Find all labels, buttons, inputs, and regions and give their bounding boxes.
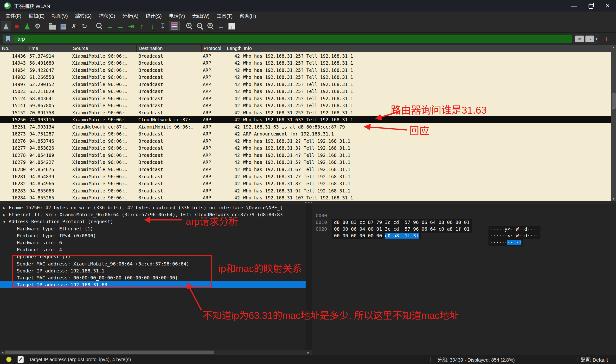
- menu-item[interactable]: 视图(V): [48, 12, 71, 20]
- detail-line[interactable]: Hardware type: Ethernet (1): [0, 225, 306, 232]
- hex-row[interactable]: 0000 d8 80 83 cc 87 79 3c cd 57 96 06 64…: [312, 206, 616, 212]
- save-file-button[interactable]: ▦: [58, 21, 69, 31]
- menu-item[interactable]: 文件(F): [2, 12, 25, 20]
- menu-item[interactable]: 分析(A): [119, 12, 142, 20]
- stop-capture-button[interactable]: ■: [11, 21, 22, 31]
- packet-list-scrollbar[interactable]: ▲ ▼: [611, 45, 616, 201]
- detail-scrollbar[interactable]: ◀ ▶: [0, 350, 312, 355]
- packet-row[interactable]: 14943 58.401680 XiaomiMobile_96:06:… Bro…: [0, 60, 611, 67]
- column-header[interactable]: Time: [26, 45, 71, 52]
- scroll-left-button[interactable]: ◀: [0, 350, 5, 355]
- packet-destination: Broadcast: [137, 96, 202, 101]
- menu-item[interactable]: 跳转(G): [71, 12, 95, 20]
- packet-row[interactable]: 14983 61.266558 XiaomiMobile_96:06:… Bro…: [0, 74, 611, 81]
- detail-line[interactable]: ▶ Frame 15250: 42 bytes on wire (336 bit…: [0, 204, 306, 211]
- colorize-button[interactable]: [169, 21, 180, 31]
- packet-row[interactable]: 15250 74.903116 XiaomiMobile_96:06:… Clo…: [0, 116, 611, 123]
- packet-row[interactable]: 16273 94.751287 XiaomiMobile_96:06:… Bro…: [0, 130, 611, 138]
- packet-row[interactable]: 15251 74.903134 CloudNetwork_cc:87:… Xia…: [0, 123, 611, 130]
- filter-apply-button[interactable]: →: [586, 36, 594, 42]
- open-file-button[interactable]: [47, 21, 58, 31]
- packet-row[interactable]: 16277 94.853826 XiaomiMobile_96:06:… Bro…: [0, 145, 611, 152]
- detail-line[interactable]: Protocol type: IPv4 (0x0800): [0, 232, 306, 239]
- zoom-reset-button[interactable]: =: [205, 21, 216, 31]
- column-header[interactable]: Info: [242, 45, 611, 52]
- go-back-button[interactable]: ←: [105, 21, 115, 31]
- filter-dropdown-button[interactable]: ▾: [596, 37, 598, 41]
- display-filter-input[interactable]: arp: [2, 34, 572, 43]
- twisty-icon[interactable]: ▼: [0, 220, 9, 224]
- filter-clear-button[interactable]: ×: [575, 36, 584, 42]
- hex-row[interactable]: 0020 00 00 00 00 00 00 c0 a8 1f 3f ·····…: [312, 219, 616, 226]
- packet-row[interactable]: 16282 94.854966 XiaomiMobile_96:06:… Bro…: [0, 180, 611, 187]
- packet-row[interactable]: 16283 94.855063 XiaomiMobile_96:06:… Bro…: [0, 187, 611, 194]
- packet-time: 57.374914: [26, 53, 71, 59]
- packet-bytes-pane[interactable]: 0000 d8 80 83 cc 87 79 3c cd 57 96 06 64…: [312, 204, 616, 350]
- packet-row[interactable]: 16279 94.854227 XiaomiMobile_96:06:… Bro…: [0, 159, 611, 166]
- scroll-up-button[interactable]: ▲: [611, 45, 616, 50]
- detail-line[interactable]: ▶ Ethernet II, Src: XiaomiMobile_96:06:6…: [0, 211, 306, 218]
- menu-item[interactable]: 统计(S): [142, 12, 165, 20]
- zoom-in-button[interactable]: +: [184, 21, 195, 31]
- packet-row[interactable]: 14436 57.374914 XiaomiMobile_96:06:… Bro…: [0, 52, 611, 60]
- menu-item[interactable]: 电话(Y): [165, 12, 189, 20]
- packet-row[interactable]: 15141 69.867805 XiaomiMobile_96:06:… Bro…: [0, 102, 611, 109]
- restore-button[interactable]: [582, 0, 599, 12]
- minimize-button[interactable]: —: [565, 0, 582, 12]
- packet-row[interactable]: 15152 70.891758 XiaomiMobile_96:06:… Bro…: [0, 109, 611, 116]
- expert-info-icon[interactable]: [6, 357, 12, 362]
- packet-row[interactable]: 16276 94.853746 XiaomiMobile_96:06:… Bro…: [0, 137, 611, 145]
- packet-row[interactable]: 16281 94.854839 XiaomiMobile_96:06:… Bro…: [0, 173, 611, 180]
- restart-capture-button[interactable]: [22, 21, 32, 31]
- menu-item[interactable]: 帮助(H): [236, 12, 260, 20]
- capture-options-button[interactable]: ⚙: [32, 21, 43, 31]
- filter-bookmark-button[interactable]: [3, 35, 14, 43]
- pane-splitter-vertical[interactable]: ••••••: [306, 204, 312, 350]
- packet-row[interactable]: 14954 59.422847 XiaomiMobile_96:06:… Bro…: [0, 66, 611, 74]
- go-forward-button[interactable]: →: [115, 21, 126, 31]
- reload-file-button[interactable]: ↻: [79, 21, 90, 31]
- detail-line[interactable]: Protocol size: 4: [0, 246, 306, 253]
- filter-add-button[interactable]: +: [601, 35, 611, 43]
- scroll-right-button[interactable]: ▶: [306, 350, 311, 355]
- packet-info: Who has 192.168.31.63? Tell 192.168.31.1: [242, 117, 611, 122]
- scroll-down-button[interactable]: ▼: [611, 196, 616, 201]
- hex-row[interactable]: 0010 08 00 06 04 00 01 3c cd 57 96 06 64…: [312, 212, 616, 219]
- packet-row[interactable]: 15023 63.211829 XiaomiMobile_96:06:… Bro…: [0, 88, 611, 95]
- pane-splitter-horizontal[interactable]: ••••••: [0, 201, 616, 204]
- packet-row[interactable]: 14997 62.290152 XiaomiMobile_96:06:… Bro…: [0, 81, 611, 88]
- scrollbar-thumb[interactable]: [5, 351, 214, 354]
- column-header[interactable]: No.: [0, 45, 26, 52]
- go-last-button[interactable]: ↓: [147, 21, 158, 31]
- go-to-packet-button[interactable]: ⇥: [126, 21, 136, 31]
- scrollbar-thumb[interactable]: [612, 93, 616, 109]
- twisty-icon[interactable]: ▶: [0, 213, 9, 217]
- close-button[interactable]: ×: [599, 0, 616, 12]
- column-header[interactable]: Destination: [137, 45, 202, 52]
- packet-row[interactable]: 16284 94.855265 XiaomiMobile_96:06:… Bro…: [0, 194, 611, 201]
- column-header[interactable]: Length: [225, 45, 242, 52]
- packet-row[interactable]: 16280 94.854675 XiaomiMobile_96:06:… Bro…: [0, 166, 611, 173]
- zoom-out-button[interactable]: −: [195, 21, 205, 31]
- find-packet-button[interactable]: [94, 21, 105, 31]
- packet-destination: Broadcast: [137, 53, 202, 59]
- packet-row[interactable]: 15124 68.843641 XiaomiMobile_96:06:… Bro…: [0, 95, 611, 102]
- go-first-button[interactable]: ↑: [136, 21, 147, 31]
- start-capture-button[interactable]: [1, 21, 11, 31]
- auto-scroll-button[interactable]: ↧: [158, 21, 168, 31]
- layout-button[interactable]: [226, 21, 237, 31]
- detail-line[interactable]: Hardware size: 6: [0, 239, 306, 246]
- status-profile[interactable]: 配置: Default: [580, 356, 608, 363]
- close-file-button[interactable]: ✗: [69, 21, 79, 31]
- menu-item[interactable]: 捕获(C): [95, 12, 119, 20]
- twisty-icon[interactable]: ▶: [0, 206, 9, 210]
- resize-columns-button[interactable]: ↔: [216, 21, 226, 31]
- menu-item[interactable]: 无线(W): [189, 12, 213, 20]
- column-header[interactable]: Source: [71, 45, 137, 52]
- detail-line[interactable]: ▼ Address Resolution Protocol (request): [0, 218, 306, 225]
- menu-item[interactable]: 编辑(E): [25, 12, 48, 20]
- packet-row[interactable]: 16278 94.854189 XiaomiMobile_96:06:… Bro…: [0, 152, 611, 159]
- capture-comment-icon[interactable]: [18, 356, 24, 363]
- column-header[interactable]: Protocol: [202, 45, 225, 52]
- menu-item[interactable]: 工具(T): [213, 12, 236, 20]
